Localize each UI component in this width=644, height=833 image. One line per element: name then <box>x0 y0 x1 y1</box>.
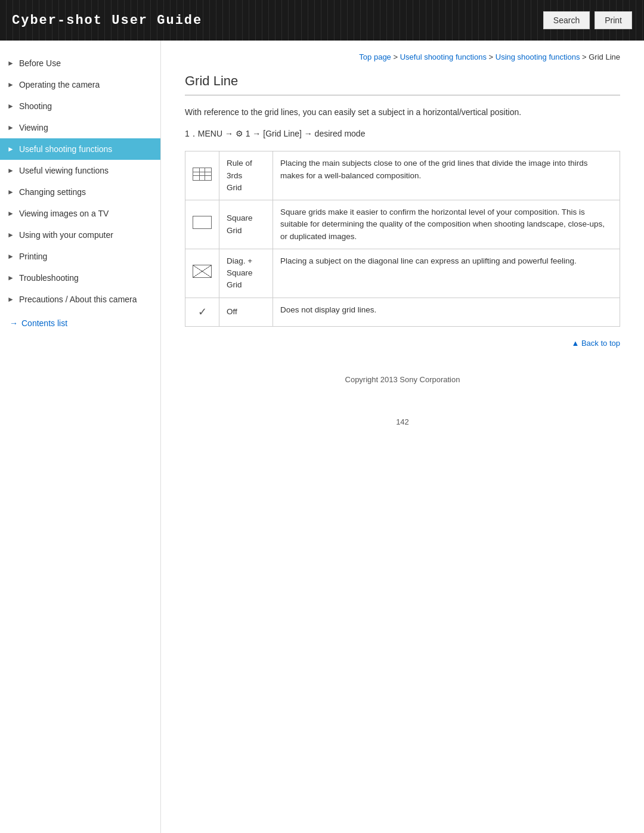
sidebar-item-label: Before Use <box>19 58 61 68</box>
diag-square-grid-icon <box>193 265 212 278</box>
sidebar-item-label: Useful shooting functions <box>19 144 112 154</box>
page-description: With reference to the grid lines, you ca… <box>185 106 620 119</box>
header-buttons: Search Print <box>543 11 632 29</box>
table-row: Diag. +SquareGrid Placing a subject on t… <box>185 249 620 298</box>
arrow-icon: ► <box>7 102 14 110</box>
checkmark-icon: ✓ <box>198 306 207 318</box>
sidebar-item-shooting[interactable]: ► Shooting <box>0 95 160 117</box>
grid-desc-cell-diag: Placing a subject on the diagonal line c… <box>273 249 620 298</box>
sidebar-item-printing[interactable]: ► Printing <box>0 246 160 267</box>
sidebar-item-label: Operating the camera <box>19 80 100 89</box>
sidebar-item-useful-viewing[interactable]: ► Useful viewing functions <box>0 160 160 181</box>
sidebar-item-viewing[interactable]: ► Viewing <box>0 117 160 138</box>
arrow-icon: ► <box>7 209 14 218</box>
layout: ► Before Use ► Operating the camera ► Sh… <box>0 41 644 833</box>
grid-desc-cell-rule: Placing the main subjects close to one o… <box>273 151 620 200</box>
arrow-right-icon: → <box>10 318 18 328</box>
rule-h-line <box>193 172 211 172</box>
menu-instruction: 1．MENU → ⚙ 1 → [Grid Line] → desired mod… <box>185 127 620 140</box>
breadcrumb-current: Grid Line <box>589 52 620 61</box>
sidebar-item-label: Using with your computer <box>19 230 113 240</box>
app-title: Cyber-shot User Guide <box>12 13 202 28</box>
sidebar-item-label: Troubleshooting <box>19 273 79 283</box>
sidebar-item-label: Printing <box>19 252 47 261</box>
grid-label-cell-off: Off <box>219 298 273 326</box>
contents-list-link[interactable]: → Contents list <box>0 310 160 336</box>
sidebar-item-before-use[interactable]: ► Before Use <box>0 52 160 74</box>
arrow-icon: ► <box>7 145 14 153</box>
table-row: SquareGrid Square grids make it easier t… <box>185 200 620 249</box>
breadcrumb-sep2: > <box>487 52 496 61</box>
table-row: Rule of3rdsGrid Placing the main subject… <box>185 151 620 200</box>
arrow-icon: ► <box>7 123 14 132</box>
header: Cyber-shot User Guide Search Print <box>0 0 644 41</box>
grid-icon-cell-off: ✓ <box>185 298 219 326</box>
square-grid-icon <box>193 216 212 229</box>
breadcrumb-using-shooting[interactable]: Using shooting functions <box>496 52 580 61</box>
sidebar-item-precautions[interactable]: ► Precautions / About this camera <box>0 289 160 310</box>
grid-label-cell-square: SquareGrid <box>219 200 273 249</box>
back-to-top: ▲ Back to top <box>185 339 620 348</box>
grid-icon-cell-rule <box>185 151 219 200</box>
sidebar-item-changing-settings[interactable]: ► Changing settings <box>0 181 160 203</box>
breadcrumb-useful-shooting[interactable]: Useful shooting functions <box>400 52 487 61</box>
breadcrumb-top-page[interactable]: Top page <box>359 52 391 61</box>
grid-icon-cell-diag <box>185 249 219 298</box>
breadcrumb: Top page > Useful shooting functions > U… <box>185 52 620 61</box>
page-title: Grid Line <box>185 73 620 95</box>
back-to-top-link[interactable]: ▲ Back to top <box>571 339 620 348</box>
search-button[interactable]: Search <box>543 11 590 29</box>
breadcrumb-sep1: > <box>391 52 400 61</box>
arrow-icon: ► <box>7 295 14 304</box>
grid-desc-cell-square: Square grids make it easier to confirm t… <box>273 200 620 249</box>
sidebar-item-label: Viewing images on a TV <box>19 209 109 218</box>
contents-list-label: Contents list <box>21 318 67 328</box>
sidebar-item-label: Precautions / About this camera <box>19 295 137 304</box>
arrow-icon: ► <box>7 166 14 175</box>
sidebar-item-troubleshooting[interactable]: ► Troubleshooting <box>0 267 160 289</box>
print-button[interactable]: Print <box>595 11 632 29</box>
arrow-icon: ► <box>7 252 14 261</box>
footer: Copyright 2013 Sony Corporation <box>185 366 620 394</box>
grid-label-cell-rule: Rule of3rdsGrid <box>219 151 273 200</box>
sidebar-item-label: Shooting <box>19 101 52 111</box>
sidebar-item-viewing-tv[interactable]: ► Viewing images on a TV <box>0 203 160 224</box>
arrow-icon: ► <box>7 231 14 239</box>
arrow-icon: ► <box>7 59 14 67</box>
arrow-icon: ► <box>7 274 14 282</box>
breadcrumb-sep3: > <box>580 52 589 61</box>
sidebar-item-label: Viewing <box>19 123 48 132</box>
sidebar-item-operating-camera[interactable]: ► Operating the camera <box>0 74 160 95</box>
sidebar: ► Before Use ► Operating the camera ► Sh… <box>0 41 161 833</box>
rule-of-thirds-icon <box>193 168 212 181</box>
main-content: Top page > Useful shooting functions > U… <box>161 41 644 833</box>
arrow-icon: ► <box>7 188 14 196</box>
sidebar-item-label: Useful viewing functions <box>19 166 109 175</box>
sidebar-item-useful-shooting[interactable]: ► Useful shooting functions <box>0 138 160 160</box>
table-row: ✓ Off Does not display grid lines. <box>185 298 620 326</box>
grid-desc-cell-off: Does not display grid lines. <box>273 298 620 326</box>
sidebar-item-label: Changing settings <box>19 187 86 197</box>
page-number: 142 <box>185 417 620 426</box>
grid-table: Rule of3rdsGrid Placing the main subject… <box>185 151 620 326</box>
grid-icon-cell-square <box>185 200 219 249</box>
rule-h2-line <box>193 175 211 176</box>
arrow-icon: ► <box>7 80 14 89</box>
gear-icon: ⚙ <box>236 127 243 140</box>
sidebar-item-using-computer[interactable]: ► Using with your computer <box>0 224 160 246</box>
grid-label-cell-diag: Diag. +SquareGrid <box>219 249 273 298</box>
